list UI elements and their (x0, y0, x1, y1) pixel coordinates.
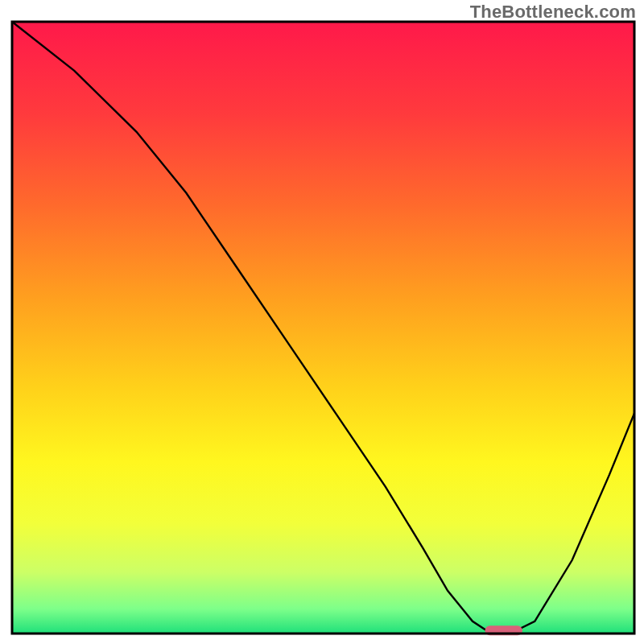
plot-background (12, 22, 634, 634)
bottleneck-chart (0, 0, 644, 644)
